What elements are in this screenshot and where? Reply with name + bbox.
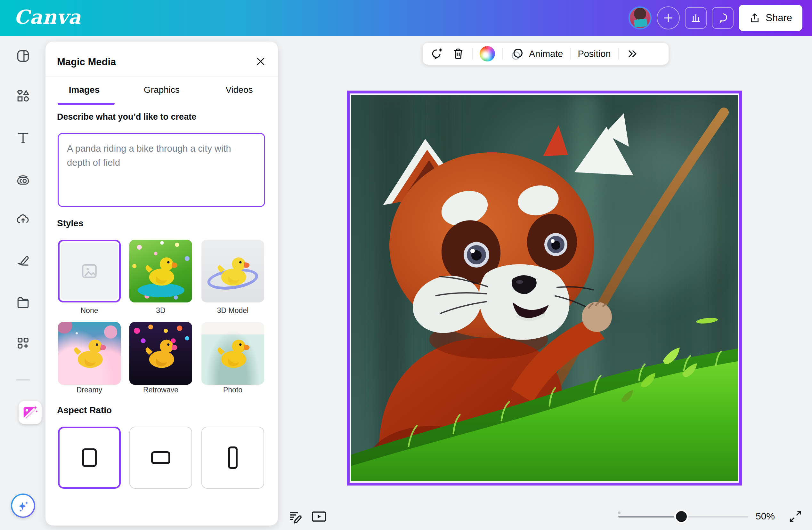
sidebar-item-elements[interactable]: [15, 88, 31, 104]
notes-icon: [288, 509, 303, 524]
plus-icon: [662, 12, 674, 24]
toolbar-divider: [618, 48, 619, 60]
tab-videos[interactable]: Videos: [207, 82, 271, 98]
duck-retrowave-thumb: [138, 332, 183, 377]
style-option-retrowave[interactable]: [129, 322, 192, 385]
prompt-label: Describe what you’d like to create: [57, 112, 196, 122]
comment-add-icon: [430, 47, 445, 61]
color-wheel-icon[interactable]: [480, 46, 495, 61]
sidebar-item-uploads[interactable]: [15, 211, 31, 227]
close-panel-button[interactable]: [253, 54, 268, 69]
comments-icon: [716, 12, 729, 24]
aspect-option-portrait[interactable]: [201, 427, 264, 489]
style-label-photo: Photo: [201, 386, 264, 394]
duck-photo-thumb: [211, 332, 255, 377]
brand-icon: [16, 172, 30, 187]
assistant-sparkle-icon: [15, 498, 31, 513]
toolbar-divider: [502, 48, 503, 60]
assistant-button[interactable]: [11, 494, 35, 518]
position-label: Position: [578, 49, 611, 59]
sidebar-item-magic-media[interactable]: [18, 401, 42, 424]
draw-pen-icon: [16, 253, 30, 268]
top-bar: Canva Share: [0, 0, 812, 36]
magic-media-panel: Magic Media Images Graphics Videos Descr…: [45, 42, 278, 526]
share-label: Share: [766, 12, 792, 24]
tab-graphics[interactable]: Graphics: [130, 82, 194, 98]
toolbar-divider: [570, 48, 570, 60]
style-label-none: None: [58, 306, 121, 315]
selected-image[interactable]: [347, 91, 742, 486]
notes-button[interactable]: [287, 508, 304, 525]
tab-images[interactable]: Images: [52, 82, 116, 98]
text-icon: [16, 130, 30, 145]
double-chevron-icon: [626, 47, 638, 60]
comments-button[interactable]: [712, 7, 734, 29]
present-button[interactable]: [309, 508, 329, 525]
trash-icon: [451, 47, 465, 60]
style-label-retrowave: Retrowave: [129, 386, 192, 394]
sidebar-item-projects[interactable]: [15, 294, 31, 311]
sidebar-item-apps[interactable]: [15, 335, 31, 351]
aspect-square-icon: [82, 448, 97, 467]
aspect-portrait-icon: [228, 446, 237, 469]
present-icon: [310, 509, 328, 524]
insights-icon: [690, 12, 702, 24]
apps-icon: [16, 336, 30, 351]
design-icon: [16, 49, 30, 63]
style-option-none[interactable]: [58, 240, 121, 303]
zoom-default-marker: [618, 512, 621, 514]
style-label-3d: 3D: [129, 306, 192, 315]
sidebar-item-design[interactable]: [15, 48, 31, 64]
close-icon: [255, 56, 266, 67]
more-options-button[interactable]: [626, 47, 638, 60]
fullscreen-icon: [788, 510, 802, 524]
styles-label: Styles: [57, 218, 84, 229]
insights-button[interactable]: [685, 7, 707, 29]
share-upload-icon: [749, 12, 760, 24]
style-option-3d[interactable]: [129, 240, 192, 303]
sidebar-item-text[interactable]: [15, 129, 31, 146]
duck-3d-thumb: [138, 249, 183, 294]
zoom-slider-thumb[interactable]: [676, 511, 687, 522]
position-button[interactable]: Position: [578, 49, 611, 59]
style-label-3d-model: 3D Model: [201, 306, 264, 315]
animate-icon: [510, 46, 524, 61]
animate-button[interactable]: Animate: [510, 46, 563, 61]
panel-divider: [45, 76, 278, 76]
zoom-percent[interactable]: 50%: [749, 511, 781, 522]
selection-toolbar: Animate Position: [423, 43, 669, 65]
sidebar-divider: [16, 379, 30, 381]
panel-title: Magic Media: [57, 56, 116, 68]
style-label-dreamy: Dreamy: [58, 386, 121, 394]
prompt-input[interactable]: [58, 133, 265, 207]
image-placeholder-icon: [79, 261, 99, 281]
animate-label: Animate: [529, 49, 563, 59]
style-option-photo[interactable]: [201, 322, 264, 385]
delete-button[interactable]: [451, 47, 465, 60]
magic-media-app-icon: [22, 404, 39, 421]
add-member-button[interactable]: [657, 6, 680, 29]
style-option-dreamy[interactable]: [58, 322, 121, 385]
duck-dreamy-thumb: [67, 332, 112, 377]
zoom-slider-fill: [618, 516, 681, 517]
aspect-option-landscape[interactable]: [129, 427, 192, 489]
sidebar-item-brand[interactable]: [15, 171, 31, 188]
red-panda-artwork: [351, 95, 738, 481]
upload-cloud-icon: [16, 212, 30, 226]
active-tab-underline: [58, 103, 115, 105]
add-comment-button[interactable]: [430, 47, 445, 61]
toolbar-divider: [472, 48, 473, 60]
sidebar-item-draw[interactable]: [15, 252, 31, 269]
aspect-ratio-label: Aspect Ratio: [57, 405, 112, 415]
elements-icon: [16, 89, 30, 103]
fullscreen-button[interactable]: [787, 508, 804, 525]
aspect-landscape-icon: [151, 451, 170, 464]
style-option-3d-model[interactable]: [201, 240, 264, 303]
avatar[interactable]: [628, 6, 652, 29]
folder-icon: [16, 295, 30, 310]
share-button[interactable]: Share: [739, 5, 802, 31]
canva-logo: Canva: [14, 6, 81, 28]
canva-editor: Canva Share: [0, 0, 812, 530]
aspect-option-square[interactable]: [58, 427, 121, 489]
